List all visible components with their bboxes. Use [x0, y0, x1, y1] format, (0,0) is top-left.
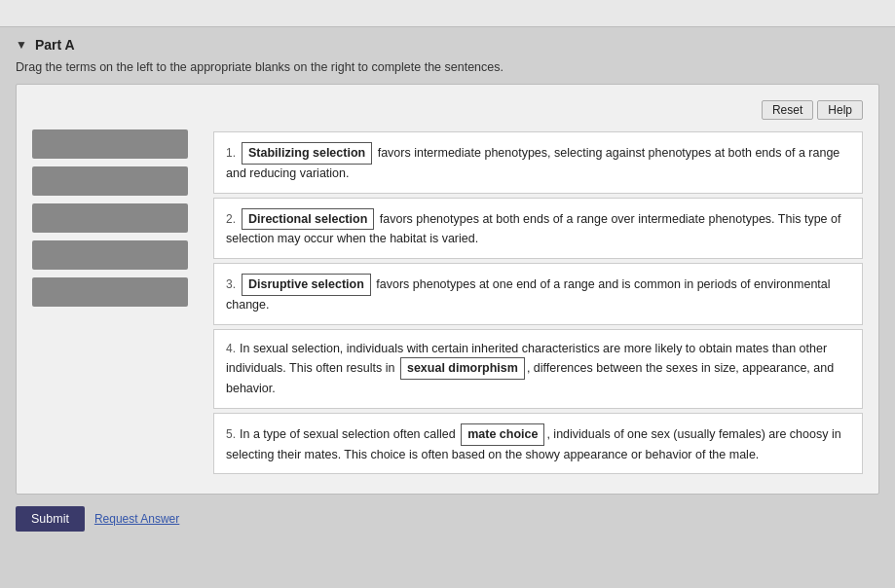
term-filled-5[interactable]: mate choice — [461, 423, 544, 446]
main-content: Reset Help 1.Stabilizing selection favor… — [16, 84, 879, 495]
drag-terms-panel — [32, 100, 198, 478]
sentence-number-5: 5. — [226, 427, 236, 441]
help-button[interactable]: Help — [817, 100, 863, 120]
drag-term-3[interactable] — [32, 203, 188, 233]
sentence-block-3: 3.Disruptive selection favors phenotypes… — [213, 263, 863, 325]
drag-term-1[interactable] — [32, 129, 188, 159]
instructions-text: Drag the terms on the left to the approp… — [0, 60, 895, 84]
sentence-number-3: 3. — [226, 277, 236, 291]
drag-term-2[interactable] — [32, 166, 188, 196]
sentence-prefix-5: In a type of sexual selection often call… — [240, 427, 459, 441]
page-wrapper: ▼ Part A Drag the terms on the left to t… — [0, 0, 895, 588]
sentence-block-1: 1.Stabilizing selection favors intermedi… — [213, 131, 863, 194]
part-header: ▼ Part A — [0, 27, 895, 60]
term-filled-4[interactable]: sexual dimorphism — [400, 357, 525, 380]
sentence-block-2: 2.Directional selection favors phenotype… — [213, 198, 863, 260]
sentences-area: Reset Help 1.Stabilizing selection favor… — [213, 100, 863, 478]
toolbar: Reset Help — [213, 100, 863, 120]
term-filled-2[interactable]: Directional selection — [242, 208, 374, 231]
sentence-number-4: 4. — [226, 342, 236, 355]
part-title: Part A — [35, 37, 75, 53]
request-answer-button[interactable]: Request Answer — [94, 512, 179, 526]
sentence-block-4: 4.In sexual selection, individuals with … — [213, 329, 863, 409]
bottom-bar: Submit Request Answer — [0, 495, 895, 543]
top-bar — [0, 0, 895, 27]
drag-term-4[interactable] — [32, 240, 188, 270]
term-filled-1[interactable]: Stabilizing selection — [242, 142, 372, 165]
submit-button[interactable]: Submit — [16, 506, 85, 532]
sentence-number-2: 2. — [226, 212, 236, 226]
term-filled-3[interactable]: Disruptive selection — [242, 274, 371, 296]
drag-term-5[interactable] — [32, 277, 188, 307]
sentence-number-1: 1. — [226, 146, 236, 160]
reset-button[interactable]: Reset — [762, 100, 813, 120]
collapse-arrow-icon[interactable]: ▼ — [16, 38, 27, 52]
sentence-block-5: 5.In a type of sexual selection often ca… — [213, 413, 863, 475]
